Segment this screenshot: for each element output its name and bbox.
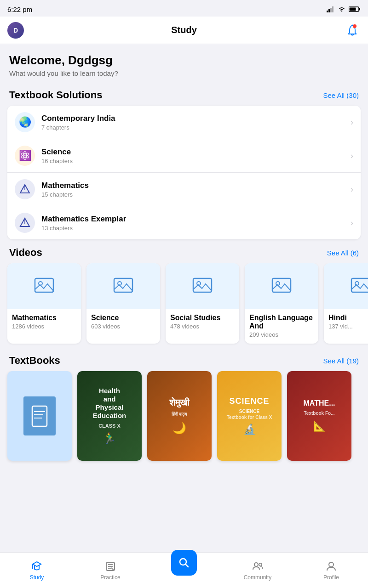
list-item[interactable]: English Language And 209 videos [245, 263, 318, 344]
video-count: 1286 videos [12, 323, 76, 330]
table-row[interactable]: ⚛️ Science 16 chapters › [7, 139, 361, 173]
svg-rect-5 [359, 8, 361, 11]
table-row[interactable]: Mathematics 15 chapters › [7, 173, 361, 206]
textbook-solutions-card: 🌏 Contemporary India 7 chapters › ⚛️ Sci… [7, 106, 361, 239]
bell-icon [346, 24, 358, 37]
textbook-see-all[interactable]: See All (30) [323, 91, 359, 99]
video-subject: Hindi [328, 314, 368, 322]
list-item[interactable]: SCIENCE SCIENCE Textbook for Class X 🔬 [217, 371, 282, 461]
battery-icon [349, 6, 361, 12]
image-placeholder-icon [349, 275, 368, 298]
avatar[interactable]: D [7, 22, 24, 39]
svg-rect-21 [272, 278, 291, 292]
chevron-right-icon: › [351, 185, 353, 194]
book-icon [30, 405, 49, 428]
svg-point-7 [352, 24, 353, 26]
textbook-info: Contemporary India 7 chapters [41, 114, 351, 131]
textbook-info: Mathematics Exemplar 13 chapters [41, 215, 351, 232]
list-item[interactable]: Hindi 137 vid... [324, 263, 368, 344]
profile-icon [325, 560, 337, 572]
list-item[interactable]: Science 603 videos [86, 263, 160, 344]
main-content: Welcome, Dgdgsg What would you like to l… [0, 44, 368, 501]
page-title: Study [171, 25, 197, 35]
textbook-icon-mathex [15, 213, 35, 233]
practice-icon [104, 560, 116, 572]
textbook-icon-globe: 🌏 [15, 112, 35, 132]
video-subject: Science [91, 314, 155, 322]
status-time: 6:22 pm [7, 6, 32, 13]
welcome-greeting: Welcome, Dgdgsg [9, 53, 359, 68]
list-item[interactable]: शेमुखी हिंदी पाठ्य 🌙 [147, 371, 212, 461]
welcome-section: Welcome, Dgdgsg What would you like to l… [0, 44, 368, 82]
videos-see-all[interactable]: See All (6) [327, 249, 359, 257]
textbook-cover-science: SCIENCE SCIENCE Textbook for Class X 🔬 [217, 371, 282, 461]
videos-title: Videos [9, 247, 42, 259]
book-placeholder-icon [23, 396, 56, 435]
svg-rect-25 [32, 406, 47, 426]
status-icons [327, 6, 361, 12]
textbooks-section-header: TextBooks See All (19) [0, 347, 368, 371]
video-subject: Social Studies [170, 314, 235, 322]
textbook-chapters: 16 chapters [41, 158, 351, 164]
video-count: 209 videos [249, 331, 314, 338]
nav-item-community[interactable]: Community [221, 553, 294, 588]
textbook-name: Science [41, 147, 351, 157]
svg-point-35 [254, 563, 258, 566]
chevron-right-icon: › [351, 151, 353, 161]
image-placeholder-icon [270, 275, 293, 298]
list-item[interactable]: MATHE... Textbook Fo... 📐 [287, 371, 351, 461]
video-subject: Mathematics [12, 314, 76, 322]
wifi-icon [338, 6, 346, 12]
textbooks-scroll: HealthandPhysicalEducation CLASS X 🏃‍♂️ … [0, 371, 368, 464]
video-info: Hindi 137 vid... [324, 309, 368, 335]
textbook-cover-health: HealthandPhysicalEducation CLASS X 🏃‍♂️ [77, 371, 142, 461]
textbook-name: Mathematics [41, 181, 351, 190]
video-info: Mathematics 1286 videos [7, 309, 81, 335]
nav-item-practice[interactable]: Practice [74, 553, 147, 588]
svg-point-37 [329, 562, 334, 567]
svg-rect-0 [327, 11, 328, 12]
video-count: 478 videos [170, 323, 235, 330]
list-item[interactable]: HealthandPhysicalEducation CLASS X 🏃‍♂️ [77, 371, 142, 461]
svg-point-36 [259, 563, 262, 566]
table-row[interactable]: Mathematics Exemplar 13 chapters › [7, 206, 361, 239]
nav-item-profile[interactable]: Profile [294, 553, 368, 588]
video-subject: English Language And [249, 314, 314, 330]
table-row[interactable]: 🌏 Contemporary India 7 chapters › [7, 106, 361, 139]
video-thumbnail [86, 263, 160, 309]
nav-item-search[interactable] [147, 553, 221, 588]
chevron-right-icon: › [351, 118, 353, 127]
svg-rect-15 [35, 278, 53, 292]
bell-button[interactable] [344, 22, 361, 39]
video-thumbnail [7, 263, 81, 309]
list-item[interactable]: Mathematics 1286 videos [7, 263, 81, 344]
textbook-solutions-title: Textbook Solutions [9, 89, 102, 101]
video-thumbnail [166, 263, 239, 309]
textbooks-see-all[interactable]: See All (19) [323, 357, 359, 365]
videos-scroll: Mathematics 1286 videos Science 603 vide… [0, 263, 368, 347]
search-button[interactable] [171, 550, 197, 576]
svg-point-8 [353, 24, 356, 28]
list-item[interactable]: Social Studies 478 videos [166, 263, 239, 344]
image-placeholder-icon [112, 275, 135, 298]
chevron-right-icon: › [351, 218, 353, 228]
signal-icon [327, 6, 335, 12]
textbook-icon-math [15, 179, 35, 199]
svg-rect-6 [350, 8, 356, 11]
study-icon [31, 560, 43, 572]
svg-rect-3 [332, 6, 334, 12]
welcome-subtitle: What would you like to learn today? [9, 69, 359, 77]
list-item[interactable] [7, 371, 72, 461]
svg-rect-17 [114, 278, 132, 292]
status-bar: 6:22 pm [0, 0, 368, 17]
textbook-chapters: 7 chapters [41, 124, 351, 131]
videos-header: Videos See All (6) [0, 239, 368, 263]
bottom-navigation: Study Practice Community [0, 552, 368, 588]
textbook-info: Mathematics 15 chapters [41, 181, 351, 198]
nav-item-study[interactable]: Study [0, 553, 74, 588]
video-info: Science 603 videos [86, 309, 160, 335]
textbook-icon-atom: ⚛️ [15, 146, 35, 166]
nav-label-practice: Practice [100, 574, 120, 581]
community-icon [252, 560, 264, 572]
textbook-cover-shamukhi: शेमुखी हिंदी पाठ्य 🌙 [147, 371, 212, 461]
